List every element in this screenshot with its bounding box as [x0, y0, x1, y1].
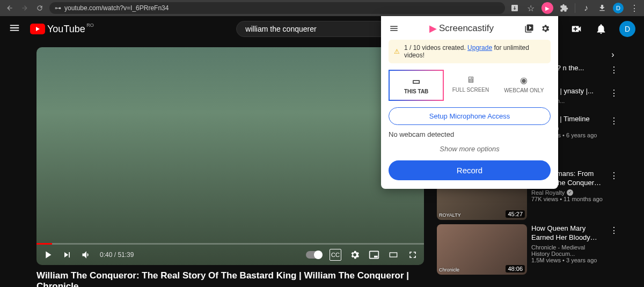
sc-menu-icon[interactable] — [389, 23, 399, 34]
autoplay-toggle[interactable] — [306, 251, 322, 259]
next-icon[interactable] — [61, 249, 73, 261]
browser-profile-avatar[interactable]: D — [613, 3, 624, 13]
media-icon[interactable]: ♪ — [581, 3, 591, 13]
screencastify-extension-icon[interactable]: ▶ — [541, 2, 553, 14]
bookmark-star-icon[interactable]: ☆ — [525, 3, 536, 13]
url-text: youtube.com/watch?v=I_6PRreFn34 — [64, 4, 169, 12]
sc-usage-banner: ⚠ 1 / 10 videos created. Upgrade for unl… — [389, 40, 551, 63]
site-info-icon[interactable]: ⊶ — [55, 4, 61, 12]
reload-icon[interactable] — [34, 3, 45, 13]
more-icon[interactable]: ⋮ — [609, 115, 619, 165]
sc-more-options[interactable]: Show more options — [389, 145, 551, 153]
warning-icon: ⚠ — [394, 48, 400, 55]
url-bar[interactable]: ⊶ youtube.com/watch?v=I_6PRreFn34 — [49, 2, 505, 14]
player-controls: 0:40 / 51:39 CC — [36, 245, 424, 265]
youtube-logo[interactable]: YouTube RO — [30, 24, 85, 35]
rec-stats: 77K views • 11 months ago — [531, 196, 604, 202]
sc-record-button[interactable]: Record — [389, 160, 551, 180]
rec-channel: Real Royalty — [531, 189, 604, 196]
back-icon[interactable] — [4, 3, 15, 13]
youtube-play-icon — [30, 24, 45, 34]
rec-duration: 48:06 — [506, 265, 525, 273]
video-title: William The Conqueror: The Real Story Of… — [36, 270, 424, 287]
theater-icon[interactable] — [387, 249, 399, 261]
more-icon[interactable]: ⋮ — [609, 64, 619, 76]
rec-thumbnail: Chronicle 48:06 — [437, 224, 527, 275]
sc-mic-button[interactable]: Setup Microphone Access — [389, 107, 551, 125]
desktop-icon: 🖥 — [446, 75, 495, 85]
rec-title: How Queen Mary Earned Her Bloody Reputat… — [531, 224, 604, 242]
sc-logo-icon: ▶ — [429, 23, 437, 34]
install-icon[interactable] — [509, 3, 520, 13]
webcam-icon: ◉ — [500, 75, 548, 85]
more-icon[interactable]: ⋮ — [609, 224, 619, 275]
hamburger-menu-icon[interactable] — [9, 22, 20, 36]
youtube-profile-avatar[interactable]: D — [619, 21, 635, 37]
sc-tab-thistab[interactable]: ▭THIS TAB — [389, 70, 444, 101]
rec-channel: Chronicle - Medieval History Docum... — [531, 244, 604, 257]
recommendation-item[interactable]: Chronicle 48:06 How Queen Mary Earned He… — [437, 224, 619, 275]
screencastify-popup: ▶ Screencastify ⚠ 1 / 10 videos created.… — [381, 16, 558, 189]
miniplayer-icon[interactable] — [368, 249, 380, 261]
svg-rect-0 — [390, 253, 397, 257]
notifications-icon[interactable] — [595, 23, 608, 35]
region-code: RO — [86, 23, 94, 28]
sc-settings-icon[interactable] — [540, 23, 551, 34]
rec-duration: 45:27 — [506, 210, 525, 218]
sc-logo: ▶ Screencastify — [429, 23, 494, 34]
sc-videos-icon[interactable] — [524, 23, 535, 34]
browser-menu-icon[interactable]: ⋮ — [629, 3, 640, 13]
sc-upgrade-link[interactable]: Upgrade — [467, 44, 492, 51]
create-icon[interactable] — [570, 23, 583, 35]
more-icon[interactable]: ⋮ — [609, 170, 619, 220]
fullscreen-icon[interactable] — [407, 249, 419, 261]
sc-tab-fullscreen[interactable]: 🖥FULL SCREEN — [444, 70, 497, 101]
volume-icon[interactable] — [80, 249, 92, 261]
video-player[interactable]: 0:40 / 51:39 CC — [36, 47, 424, 265]
more-icon[interactable]: ⋮ — [609, 87, 619, 104]
youtube-logo-text: YouTube — [47, 24, 85, 35]
forward-icon[interactable] — [19, 3, 30, 13]
sc-tab-webcam[interactable]: ◉WEBCAM ONLY — [497, 70, 551, 101]
sc-mode-tabs: ▭THIS TAB 🖥FULL SCREEN ◉WEBCAM ONLY — [389, 70, 551, 101]
play-icon[interactable] — [42, 249, 54, 261]
browser-toolbar: ⊶ youtube.com/watch?v=I_6PRreFn34 ☆ ▶ ♪ … — [0, 0, 644, 16]
extensions-icon[interactable] — [559, 3, 569, 13]
chevron-right-icon[interactable]: › — [606, 48, 619, 61]
sc-webcam-status: No webcam detected — [389, 130, 551, 138]
monitor-icon: ▭ — [392, 76, 441, 86]
settings-gear-icon[interactable] — [349, 249, 361, 261]
rec-stats: 1.5M views • 3 years ago — [531, 257, 604, 263]
downloads-icon[interactable] — [597, 3, 608, 13]
time-display: 0:40 / 51:39 — [100, 251, 134, 259]
cc-icon[interactable]: CC — [330, 249, 341, 261]
verified-icon — [567, 189, 573, 196]
